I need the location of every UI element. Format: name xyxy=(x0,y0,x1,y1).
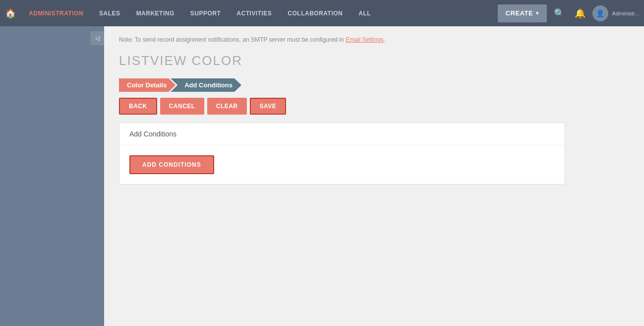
action-buttons: BACK CANCEL CLEAR SAVE xyxy=(119,98,629,115)
nav-item-administration[interactable]: ADMINISTRATION xyxy=(21,0,91,26)
back-button[interactable]: BACK xyxy=(119,98,157,115)
breadcrumb-steps: Color Details Add Conditions xyxy=(119,78,629,92)
cancel-button[interactable]: CANCEL xyxy=(160,98,204,115)
conditions-panel-body: ADD CONDITIONS xyxy=(119,145,565,184)
notifications-icon[interactable]: 🔔 xyxy=(572,8,588,19)
clear-button[interactable]: CLEAR xyxy=(207,98,247,115)
chevron-down-icon: ▾ xyxy=(536,10,539,16)
avatar[interactable]: 👤 xyxy=(592,5,608,21)
step-color-details[interactable]: Color Details xyxy=(119,78,176,92)
nav-items: ADMINISTRATION SALES MARKETING SUPPORT A… xyxy=(21,0,498,26)
sidebar-collapse-button[interactable]: ◁ xyxy=(90,31,104,45)
main-content: Note: To send record assignment notifica… xyxy=(104,26,644,326)
nav-item-activities[interactable]: ACTIVITIES xyxy=(229,0,280,26)
note-text-after: . xyxy=(384,36,385,43)
note-text: Note: To send record assignment notifica… xyxy=(119,36,346,43)
top-navigation: 🏠 ADMINISTRATION SALES MARKETING SUPPORT… xyxy=(0,0,644,26)
search-icon[interactable]: 🔍 xyxy=(551,8,568,19)
save-button[interactable]: SAVE xyxy=(250,98,287,115)
create-button[interactable]: CREATE ▾ xyxy=(498,4,547,22)
sidebar: ◁ xyxy=(0,26,104,326)
nav-item-marketing[interactable]: MARKETING xyxy=(128,0,182,26)
admin-label: Administr... xyxy=(612,10,639,16)
home-icon[interactable]: 🏠 xyxy=(5,8,16,19)
nav-item-collaboration[interactable]: COLLABORATION xyxy=(280,0,351,26)
page-title: LISTVIEW COLOR xyxy=(119,53,629,68)
nav-right: CREATE ▾ 🔍 🔔 👤 Administr... xyxy=(498,4,639,22)
main-layout: ◁ Note: To send record assignment notifi… xyxy=(0,26,644,326)
email-settings-link[interactable]: Email Settings xyxy=(346,36,384,43)
note-bar: Note: To send record assignment notifica… xyxy=(119,36,629,43)
add-conditions-button[interactable]: ADD CONDITIONS xyxy=(129,155,214,174)
nav-item-sales[interactable]: SALES xyxy=(91,0,128,26)
step-add-conditions[interactable]: Add Conditions xyxy=(171,78,241,92)
conditions-panel-header: Add Conditions xyxy=(119,123,565,145)
nav-item-all[interactable]: ALL xyxy=(351,0,379,26)
nav-item-support[interactable]: SUPPORT xyxy=(182,0,229,26)
conditions-panel: Add Conditions ADD CONDITIONS xyxy=(119,123,565,185)
